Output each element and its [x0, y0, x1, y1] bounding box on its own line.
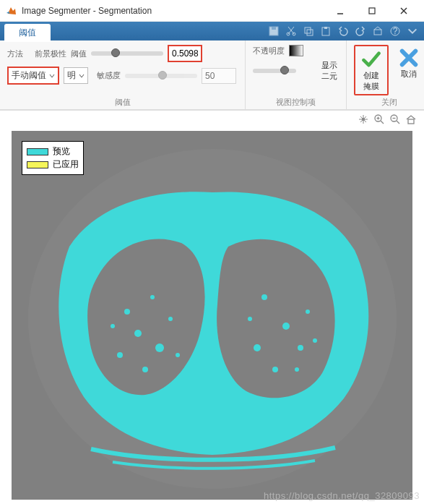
method-dropdown-label: 手动阈值 — [12, 69, 46, 82]
chevron-down-icon — [49, 73, 55, 79]
svg-point-43 — [272, 367, 278, 372]
check-icon — [361, 49, 381, 69]
legend: 预览 已应用 — [22, 141, 84, 175]
quick-access-toolbar: ? — [268, 25, 424, 37]
opacity-label: 不透明度 — [253, 46, 285, 56]
threshold-label: 阈值 — [71, 48, 87, 59]
cancel-button[interactable]: 取消 — [393, 45, 424, 82]
svg-rect-13 — [324, 27, 327, 29]
opacity-gradient-icon — [289, 45, 303, 56]
svg-point-39 — [282, 323, 290, 330]
svg-point-19 — [363, 119, 365, 121]
threshold-slider[interactable] — [91, 51, 163, 56]
svg-point-44 — [248, 317, 252, 321]
group-close-label: 关闭 — [354, 95, 424, 108]
svg-rect-5 — [272, 27, 276, 30]
close-button[interactable] — [389, 2, 418, 20]
legend-swatch-preview — [27, 148, 48, 155]
svg-point-29 — [124, 309, 130, 315]
svg-point-32 — [155, 343, 164, 352]
legend-applied-label: 已应用 — [53, 158, 79, 171]
pan-icon[interactable] — [358, 114, 369, 125]
group-view-label: 视图控制项 — [253, 95, 339, 108]
settings-icon[interactable] — [372, 25, 384, 37]
maximize-button[interactable] — [358, 2, 386, 20]
cancel-icon — [399, 48, 419, 68]
method-label: 方法 — [7, 48, 23, 59]
sensitivity-slider — [125, 74, 197, 78]
window-controls — [326, 2, 418, 20]
svg-point-45 — [295, 367, 299, 372]
tab-threshold[interactable]: 阈值 — [4, 24, 51, 42]
svg-point-42 — [306, 309, 310, 314]
foreground-label: 前景极性 — [35, 48, 66, 59]
svg-point-36 — [142, 367, 148, 372]
svg-text:?: ? — [393, 26, 398, 36]
group-threshold-label: 阈值 — [7, 95, 238, 108]
redo-icon[interactable] — [355, 25, 366, 37]
titlebar: Image Segmenter - Segmentation — [0, 0, 424, 22]
svg-point-31 — [150, 295, 155, 299]
svg-rect-11 — [307, 30, 313, 35]
sensitivity-input — [202, 68, 236, 84]
image-canvas[interactable]: 预览 已应用 — [12, 131, 412, 500]
create-mask-button[interactable]: 创建 掩膜 — [354, 45, 389, 95]
group-close: 创建 掩膜 取消 关闭 — [347, 40, 424, 109]
paste-icon[interactable] — [320, 25, 332, 37]
zoom-out-icon[interactable] — [389, 114, 401, 125]
group-view: 不透明度 显示 二元 视图控制项 — [246, 40, 347, 109]
zoom-in-icon[interactable] — [373, 114, 385, 125]
svg-point-35 — [111, 324, 115, 328]
segmentation-overlay-icon — [12, 131, 412, 500]
watermark: https://blog.csdn.net/qq_32809093 — [264, 490, 420, 501]
legend-row-applied: 已应用 — [27, 158, 79, 171]
method-dropdown[interactable]: 手动阈值 — [7, 67, 59, 85]
copy-icon[interactable] — [303, 25, 314, 37]
chevron-down-icon — [79, 73, 85, 79]
svg-point-30 — [134, 330, 142, 337]
minimize-button[interactable] — [326, 2, 355, 20]
matlab-logo-icon — [6, 5, 17, 17]
chevron-down-icon[interactable] — [407, 25, 418, 37]
save-icon[interactable] — [268, 25, 280, 37]
svg-point-40 — [298, 345, 303, 351]
home-icon[interactable] — [405, 114, 417, 125]
cut-icon[interactable] — [285, 25, 297, 37]
svg-rect-27 — [408, 119, 414, 124]
svg-point-33 — [117, 352, 123, 358]
window-title: Image Segmenter - Segmentation — [22, 6, 326, 16]
help-icon[interactable]: ? — [389, 25, 401, 37]
threshold-input[interactable] — [168, 45, 202, 62]
svg-line-21 — [381, 121, 384, 124]
show-binary-button[interactable]: 显示 二元 — [320, 61, 339, 81]
svg-point-41 — [254, 344, 261, 351]
legend-row-preview: 预览 — [27, 145, 79, 158]
svg-point-34 — [168, 317, 173, 321]
polarity-dropdown[interactable]: 明 — [64, 67, 88, 84]
legend-preview-label: 预览 — [53, 145, 70, 158]
svg-line-25 — [397, 121, 399, 124]
sensitivity-label: 敏感度 — [97, 70, 121, 81]
canvas-area: 预览 已应用 — [0, 127, 424, 504]
group-threshold: 方法 前景极性 阈值 手动阈值 明 敏感度 阈值 — [0, 40, 246, 109]
svg-rect-14 — [374, 30, 381, 35]
legend-swatch-applied — [27, 161, 48, 168]
svg-point-37 — [176, 353, 180, 357]
opacity-slider[interactable] — [253, 69, 296, 73]
toolstrip: 阈值 ? — [0, 22, 424, 40]
polarity-dropdown-label: 明 — [67, 69, 76, 82]
ribbon: 方法 前景极性 阈值 手动阈值 明 敏感度 阈值 — [0, 40, 424, 111]
svg-rect-10 — [305, 27, 311, 33]
svg-rect-1 — [369, 8, 375, 14]
undo-icon[interactable] — [337, 25, 349, 37]
svg-point-46 — [313, 338, 317, 343]
svg-point-38 — [261, 294, 267, 300]
view-toolbar — [0, 111, 424, 127]
